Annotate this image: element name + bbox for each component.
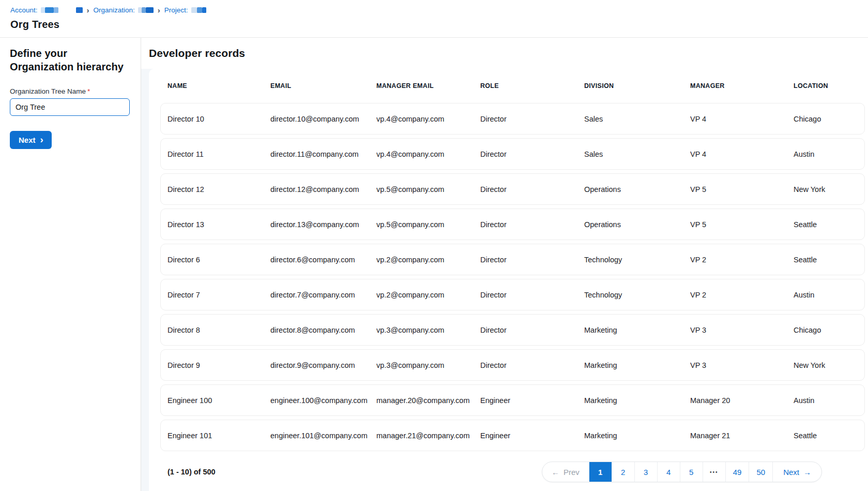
cell-location: New York <box>794 185 864 194</box>
cell-division: Operations <box>584 185 690 194</box>
pagination-page-1[interactable]: 1 <box>589 462 612 482</box>
cell-role: Director <box>480 115 584 123</box>
cell-location: Seattle <box>794 256 864 264</box>
sidebar-heading: Define your Organization hierarchy <box>10 47 131 74</box>
cell-division: Marketing <box>584 326 690 334</box>
column-header-manager-email: MANAGER EMAIL <box>376 82 480 90</box>
cell-name: Director 7 <box>167 291 270 299</box>
cell-manager-email: vp.4@company.com <box>376 150 480 158</box>
pagination-page-50[interactable]: 50 <box>749 462 773 482</box>
tree-name-input[interactable] <box>10 98 130 116</box>
cell-location: Chicago <box>794 115 864 123</box>
main-content: Developer records NAMEEMAILMANAGER EMAIL… <box>141 38 868 491</box>
cell-division: Sales <box>584 150 690 158</box>
cell-location: Seattle <box>794 432 864 440</box>
cell-name: Director 9 <box>167 361 270 369</box>
records-card: NAMEEMAILMANAGER EMAILROLEDIVISIONMANAGE… <box>149 69 868 491</box>
pagination-prev-button[interactable]: ← Prev <box>542 462 589 482</box>
breadcrumb-item[interactable]: Project: <box>164 6 206 14</box>
redacted-text-block <box>76 7 83 13</box>
cell-manager-email: manager.21@company.com <box>376 432 480 440</box>
cell-manager-email: manager.20@company.com <box>376 396 480 405</box>
redacted-text-block <box>138 7 154 13</box>
column-header-email: EMAIL <box>270 82 376 90</box>
cell-email: director.10@company.com <box>270 115 376 123</box>
cell-location: Chicago <box>794 326 864 334</box>
redacted-text-block <box>191 7 206 13</box>
table-row: Director 8director.8@company.comvp.3@com… <box>160 314 865 346</box>
table-header-row: NAMEEMAILMANAGER EMAILROLEDIVISIONMANAGE… <box>149 69 868 103</box>
cell-manager: VP 3 <box>690 326 794 334</box>
cell-email: director.13@company.com <box>270 220 376 229</box>
cell-role: Director <box>480 291 584 299</box>
sidebar: Define your Organization hierarchy Organ… <box>0 38 141 491</box>
cell-manager-email: vp.3@company.com <box>376 326 480 334</box>
cell-manager: VP 5 <box>690 220 794 229</box>
cell-manager: VP 2 <box>690 256 794 264</box>
cell-email: director.11@company.com <box>270 150 376 158</box>
cell-manager-email: vp.3@company.com <box>376 361 480 369</box>
pagination-summary: (1 - 10) of 500 <box>167 468 216 476</box>
cell-location: Austin <box>794 291 864 299</box>
cell-manager: Manager 20 <box>690 396 794 405</box>
cell-name: Director 12 <box>167 185 270 194</box>
pagination-page-4[interactable]: 4 <box>658 462 680 482</box>
cell-manager-email: vp.5@company.com <box>376 220 480 229</box>
breadcrumb-separator-icon: › <box>87 6 89 14</box>
page-title: Org Trees <box>10 19 868 31</box>
breadcrumb-item[interactable]: Account: <box>10 6 83 14</box>
required-asterisk: * <box>87 87 90 95</box>
breadcrumb-label: Account: <box>10 6 38 14</box>
table-body: Director 10director.10@company.comvp.4@c… <box>149 103 868 451</box>
next-button[interactable]: Next › <box>10 131 52 149</box>
pagination-next-button[interactable]: Next → <box>773 462 821 482</box>
cell-name: Director 13 <box>167 220 270 229</box>
cell-role: Director <box>480 326 584 334</box>
cell-role: Director <box>480 256 584 264</box>
cell-role: Director <box>480 220 584 229</box>
cell-manager: VP 5 <box>690 185 794 194</box>
cell-location: Austin <box>794 150 864 158</box>
pagination-page-3[interactable]: 3 <box>635 462 658 482</box>
cell-manager-email: vp.4@company.com <box>376 115 480 123</box>
cell-manager-email: vp.2@company.com <box>376 256 480 264</box>
cell-manager: VP 3 <box>690 361 794 369</box>
cell-email: engineer.101@company.com <box>270 432 376 440</box>
content-panel: NAMEEMAILMANAGER EMAILROLEDIVISIONMANAGE… <box>141 69 868 491</box>
cell-location: Austin <box>794 396 864 405</box>
breadcrumb: Account:›Organization:›Project: <box>10 5 868 14</box>
top-header: Account:›Organization:›Project: Org Tree… <box>0 0 868 38</box>
arrow-right-icon: → <box>803 468 811 476</box>
cell-manager: VP 4 <box>690 150 794 158</box>
cell-manager: VP 4 <box>690 115 794 123</box>
table-row: Director 12director.12@company.comvp.5@c… <box>160 173 865 205</box>
pagination-page-5[interactable]: 5 <box>680 462 703 482</box>
cell-division: Marketing <box>584 396 690 405</box>
cell-name: Director 8 <box>167 326 270 334</box>
cell-division: Technology <box>584 256 690 264</box>
pagination-page-2[interactable]: 2 <box>612 462 635 482</box>
cell-manager-email: vp.5@company.com <box>376 185 480 194</box>
arrow-left-icon: ← <box>552 468 559 476</box>
cell-email: director.6@company.com <box>270 256 376 264</box>
cell-manager: Manager 21 <box>690 432 794 440</box>
cell-email: engineer.100@company.com <box>270 396 376 405</box>
cell-role: Director <box>480 185 584 194</box>
cell-name: Director 10 <box>167 115 270 123</box>
cell-division: Marketing <box>584 432 690 440</box>
cell-division: Operations <box>584 220 690 229</box>
chevron-right-icon: › <box>40 135 43 144</box>
table-row: Engineer 100engineer.100@company.commana… <box>160 384 865 416</box>
column-header-division: DIVISION <box>584 82 690 90</box>
pagination-page-49[interactable]: 49 <box>726 462 750 482</box>
pagination: ← Prev 12345•••4950 Next → <box>542 462 822 482</box>
cell-manager-email: vp.2@company.com <box>376 291 480 299</box>
table-row: Director 7director.7@company.comvp.2@com… <box>160 279 865 310</box>
breadcrumb-item[interactable]: Organization: <box>94 6 154 14</box>
table-row: Director 10director.10@company.comvp.4@c… <box>160 103 865 135</box>
redacted-text-block <box>41 7 58 13</box>
cell-location: Seattle <box>794 220 864 229</box>
cell-email: director.8@company.com <box>270 326 376 334</box>
cell-division: Technology <box>584 291 690 299</box>
column-header-name: NAME <box>167 82 270 90</box>
